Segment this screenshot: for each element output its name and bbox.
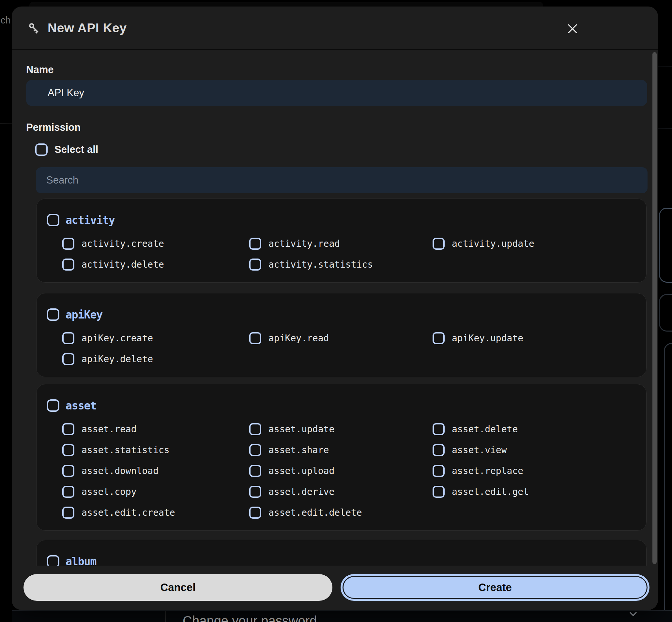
permission-label: asset.edit.delete: [268, 507, 362, 518]
permission-row-apiKey.delete[interactable]: apiKey.delete: [62, 353, 249, 365]
permission-label: asset.view: [452, 445, 507, 455]
group-checkbox-row-asset[interactable]: asset: [47, 399, 636, 412]
background-sidebar-border: [165, 611, 166, 622]
group-checkbox-activity[interactable]: [47, 214, 59, 226]
select-all-checkbox[interactable]: [35, 143, 47, 156]
permission-label: activity.update: [452, 238, 534, 249]
group-label: asset: [66, 399, 96, 412]
permission-row-activity.read[interactable]: activity.read: [249, 238, 433, 250]
name-label: Name: [26, 64, 658, 76]
group-checkbox-album[interactable]: [47, 555, 59, 565]
permission-row-asset.copy[interactable]: asset.copy: [62, 486, 249, 498]
permission-row-activity.update[interactable]: activity.update: [433, 238, 636, 250]
permission-row-asset.share[interactable]: asset.share: [249, 444, 433, 456]
checkbox-asset.statistics[interactable]: [62, 444, 74, 456]
permission-row-asset.edit.delete[interactable]: asset.edit.delete: [249, 507, 433, 519]
checkbox-asset.view[interactable]: [433, 444, 445, 456]
close-icon[interactable]: [565, 22, 580, 36]
permission-row-asset.delete[interactable]: asset.delete: [433, 423, 636, 435]
permission-row-asset.upload[interactable]: asset.upload: [249, 465, 433, 477]
permission-row-asset.replace[interactable]: asset.replace: [433, 465, 636, 477]
cancel-button[interactable]: Cancel: [24, 574, 332, 601]
permission-label: activity.statistics: [268, 259, 373, 270]
checkbox-activity.statistics[interactable]: [249, 258, 261, 271]
checkbox-asset.delete[interactable]: [433, 423, 445, 435]
checkbox-asset.share[interactable]: [249, 444, 261, 456]
group-checkbox-asset[interactable]: [47, 399, 59, 412]
checkbox-asset.update[interactable]: [249, 423, 261, 435]
checkbox-asset.derive[interactable]: [249, 486, 261, 498]
permission-row-asset.view[interactable]: asset.view: [433, 444, 636, 456]
permission-label: activity.delete: [82, 259, 164, 270]
checkbox-asset.copy[interactable]: [62, 486, 74, 498]
permission-row-asset.read[interactable]: asset.read: [62, 423, 249, 435]
permission-group-album: album: [36, 540, 646, 565]
checkbox-asset.download[interactable]: [62, 465, 74, 477]
checkbox-asset.edit.delete[interactable]: [249, 507, 261, 519]
background-bottom-strip: [12, 610, 672, 622]
checkbox-asset.replace[interactable]: [433, 465, 445, 477]
select-all-checkbox-row[interactable]: Select all: [35, 143, 658, 156]
permission-row-asset.derive[interactable]: asset.derive: [249, 486, 433, 498]
permission-label: activity.read: [268, 238, 340, 249]
permission-label: apiKey.read: [268, 333, 329, 344]
permission-row-apiKey.create[interactable]: apiKey.create: [62, 332, 249, 344]
permission-row-asset.download[interactable]: asset.download: [62, 465, 249, 477]
permission-row-activity.delete[interactable]: activity.delete: [62, 258, 249, 271]
checkbox-activity.read[interactable]: [249, 238, 261, 250]
background-divider-right-2: [658, 129, 672, 129]
chevron-down-icon[interactable]: [628, 611, 638, 619]
new-api-key-dialog: New API Key Name Permission Select all a…: [12, 6, 658, 610]
name-input[interactable]: [26, 80, 647, 106]
create-button[interactable]: Create: [341, 574, 649, 601]
permission-row-apiKey.update[interactable]: apiKey.update: [433, 332, 636, 344]
permission-group-activity: activityactivity.createactivity.readacti…: [36, 199, 646, 283]
group-checkbox-row-album[interactable]: album: [47, 555, 636, 565]
permission-label: Permission: [26, 122, 658, 133]
permission-label: apiKey.update: [452, 333, 523, 344]
background-card-outline-3: [664, 343, 672, 622]
group-label: apiKey: [66, 308, 102, 321]
permission-row-asset.update[interactable]: asset.update: [249, 423, 433, 435]
checkbox-apiKey.update[interactable]: [433, 332, 445, 344]
key-icon: [27, 21, 41, 35]
dialog-header: New API Key: [12, 6, 658, 50]
checkbox-activity.update[interactable]: [433, 238, 445, 250]
checkbox-asset.edit.create[interactable]: [62, 507, 74, 519]
checkbox-activity.create[interactable]: [62, 238, 74, 250]
background-divider-left: [0, 123, 12, 124]
group-checkbox-row-activity[interactable]: activity: [47, 214, 636, 226]
permission-label: apiKey.delete: [82, 354, 153, 365]
permission-row-apiKey.read[interactable]: apiKey.read: [249, 332, 433, 344]
scrollbar-thumb[interactable]: [652, 52, 657, 564]
checkbox-asset.upload[interactable]: [249, 465, 261, 477]
permission-label: asset.delete: [452, 424, 518, 435]
group-checkbox-row-apiKey[interactable]: apiKey: [47, 308, 636, 321]
group-label: activity: [66, 214, 115, 227]
permission-row-activity.create[interactable]: activity.create: [62, 238, 249, 250]
permission-row-asset.edit.create[interactable]: asset.edit.create: [62, 507, 249, 519]
group-checkbox-apiKey[interactable]: [47, 308, 59, 321]
permission-label: activity.create: [82, 238, 164, 249]
checkbox-apiKey.delete[interactable]: [62, 353, 74, 365]
permission-label: asset.copy: [82, 486, 137, 497]
checkbox-asset.read[interactable]: [62, 423, 74, 435]
background-card-outline-1: [659, 208, 672, 283]
permission-label: asset.read: [82, 424, 137, 435]
permission-grid-apiKey: apiKey.createapiKey.readapiKey.updateapi…: [62, 332, 636, 365]
checkbox-asset.edit.get[interactable]: [433, 486, 445, 498]
permission-row-asset.edit.get[interactable]: asset.edit.get: [433, 486, 636, 498]
checkbox-apiKey.read[interactable]: [249, 332, 261, 344]
permission-groups: activityactivity.createactivity.readacti…: [26, 199, 658, 565]
permission-row-asset.statistics[interactable]: asset.statistics: [62, 444, 249, 456]
permission-label: asset.edit.create: [82, 507, 175, 518]
permission-search-input[interactable]: [36, 167, 647, 193]
permission-grid-asset: asset.readasset.updateasset.deleteasset.…: [62, 423, 636, 519]
select-all-label: Select all: [55, 144, 98, 156]
checkbox-activity.delete[interactable]: [62, 258, 74, 271]
background-card-outline-2: [659, 294, 672, 332]
permission-row-activity.statistics[interactable]: activity.statistics: [249, 258, 433, 271]
permission-label: asset.derive: [268, 486, 334, 497]
checkbox-apiKey.create[interactable]: [62, 332, 74, 344]
permission-label: asset.statistics: [82, 445, 170, 455]
